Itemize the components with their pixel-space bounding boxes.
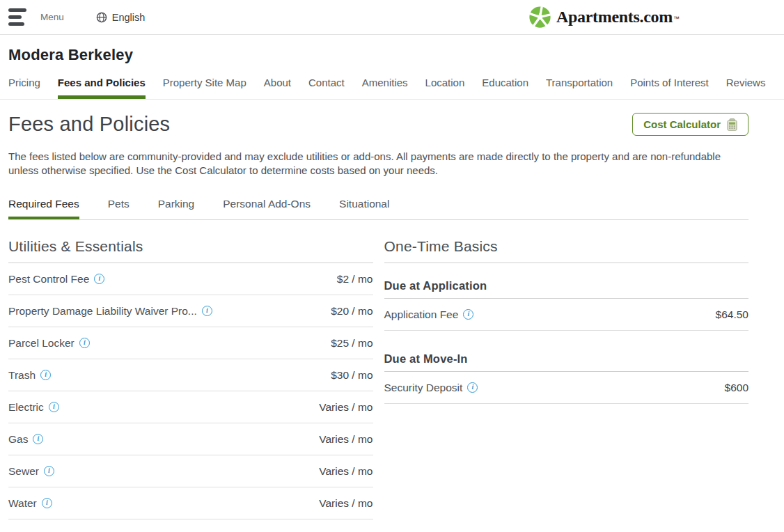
- fee-value: $600: [725, 382, 748, 394]
- tab-personal-add-ons[interactable]: Personal Add-Ons: [223, 194, 311, 219]
- info-icon[interactable]: i: [463, 309, 473, 320]
- tab-parking[interactable]: Parking: [158, 194, 195, 219]
- apartments-logo-icon: [528, 6, 551, 29]
- apartments-logo[interactable]: Apartments.com™: [528, 6, 680, 29]
- one-time-basics-section: One-Time Basics Due at Application Appli…: [384, 238, 749, 519]
- fee-label: Property Damage Liability Waiver Pro...i: [8, 305, 212, 318]
- info-icon[interactable]: i: [467, 382, 478, 393]
- logo-trademark: ™: [673, 15, 680, 22]
- fee-value: $25 / mo: [331, 337, 373, 350]
- fee-row: Pest Control Feei $2 / mo: [8, 263, 373, 295]
- fee-value: $2 / mo: [337, 273, 373, 285]
- property-nav: Pricing Fees and Policies Property Site …: [0, 68, 784, 100]
- nav-tab-property-site-map[interactable]: Property Site Map: [163, 68, 246, 99]
- fee-category-tabs: Required Fees Pets Parking Personal Add-…: [8, 194, 748, 220]
- info-icon[interactable]: i: [202, 306, 212, 316]
- globe-icon: [96, 12, 107, 23]
- fee-value: $30 / mo: [331, 369, 373, 382]
- fee-row: Property Damage Liability Waiver Pro...i…: [8, 295, 373, 327]
- cost-calculator-button[interactable]: Cost Calculator: [632, 113, 748, 136]
- fee-label: Application Feei: [384, 308, 474, 321]
- fee-label: Gasi: [8, 433, 43, 446]
- menu-button[interactable]: Menu: [8, 8, 64, 26]
- fee-row: Seweri Varies / mo: [8, 455, 373, 487]
- fee-row: Gasi Varies / mo: [8, 423, 373, 455]
- utilities-section-title: Utilities & Essentials: [8, 238, 373, 263]
- nav-tab-about[interactable]: About: [264, 68, 291, 99]
- fee-value: Varies / mo: [319, 497, 373, 510]
- fee-label: Trashi: [8, 369, 51, 382]
- info-icon[interactable]: i: [79, 338, 90, 348]
- nav-tab-education[interactable]: Education: [482, 68, 528, 99]
- fee-value: Varies / mo: [319, 401, 373, 414]
- info-icon[interactable]: i: [44, 466, 54, 476]
- due-at-move-in-group: Due at Move-In Security Depositi $600: [384, 331, 749, 404]
- info-icon[interactable]: i: [40, 370, 51, 380]
- nav-tab-pricing[interactable]: Pricing: [8, 68, 40, 99]
- info-icon[interactable]: i: [94, 274, 104, 284]
- nav-tab-points-of-interest[interactable]: Points of Interest: [630, 68, 709, 99]
- fee-value: $64.50: [716, 308, 748, 321]
- info-icon[interactable]: i: [42, 498, 52, 508]
- logo-text: Apartments.com: [556, 8, 673, 26]
- tab-required-fees[interactable]: Required Fees: [8, 194, 79, 219]
- calculator-icon: [727, 118, 737, 131]
- fee-row: Parcel Lockeri $25 / mo: [8, 327, 373, 359]
- fee-value: $20 / mo: [331, 305, 373, 318]
- fee-value: Varies / mo: [319, 433, 373, 446]
- tab-situational[interactable]: Situational: [339, 194, 389, 219]
- one-time-section-title: One-Time Basics: [384, 238, 749, 263]
- fee-row: Security Depositi $600: [384, 372, 749, 404]
- nav-tab-contact[interactable]: Contact: [308, 68, 345, 99]
- due-at-application-group: Due at Application Application Feei $64.…: [384, 263, 749, 331]
- fee-label: Parcel Lockeri: [8, 337, 90, 350]
- language-label: English: [112, 12, 146, 23]
- page-description: The fees listed below are community-prov…: [8, 150, 748, 178]
- info-icon[interactable]: i: [49, 402, 59, 412]
- nav-tab-location[interactable]: Location: [425, 68, 465, 99]
- tab-pets[interactable]: Pets: [108, 194, 130, 219]
- property-title: Modera Berkeley: [8, 46, 776, 64]
- utilities-essentials-section: Utilities & Essentials Pest Control Feei…: [8, 238, 373, 519]
- menu-label: Menu: [40, 12, 64, 22]
- fee-label: Electrici: [8, 401, 59, 414]
- fee-row: Application Feei $64.50: [384, 299, 749, 331]
- language-selector[interactable]: English: [96, 12, 146, 23]
- fee-label: Wateri: [8, 497, 52, 510]
- nav-tab-transportation[interactable]: Transportation: [546, 68, 613, 99]
- fee-value: Varies / mo: [319, 465, 373, 478]
- hamburger-icon: [8, 8, 26, 26]
- fee-label: Seweri: [8, 465, 54, 478]
- cost-calculator-label: Cost Calculator: [643, 118, 721, 130]
- nav-tab-reviews[interactable]: Reviews: [726, 68, 766, 99]
- fee-row: Wateri Varies / mo: [8, 487, 373, 519]
- nav-tab-fees-and-policies[interactable]: Fees and Policies: [58, 68, 146, 99]
- fee-row: Electrici Varies / mo: [8, 391, 373, 423]
- group-subtitle: Due at Move-In: [384, 331, 749, 372]
- group-subtitle: Due at Application: [384, 263, 749, 299]
- nav-tab-amenities[interactable]: Amenities: [362, 68, 408, 99]
- fee-label: Security Depositi: [384, 382, 478, 394]
- info-icon[interactable]: i: [33, 434, 43, 444]
- page-title: Fees and Policies: [8, 113, 170, 136]
- top-bar: Menu English Apartments.com™: [0, 0, 784, 35]
- fee-row: Trashi $30 / mo: [8, 359, 373, 391]
- fee-label: Pest Control Feei: [8, 273, 104, 285]
